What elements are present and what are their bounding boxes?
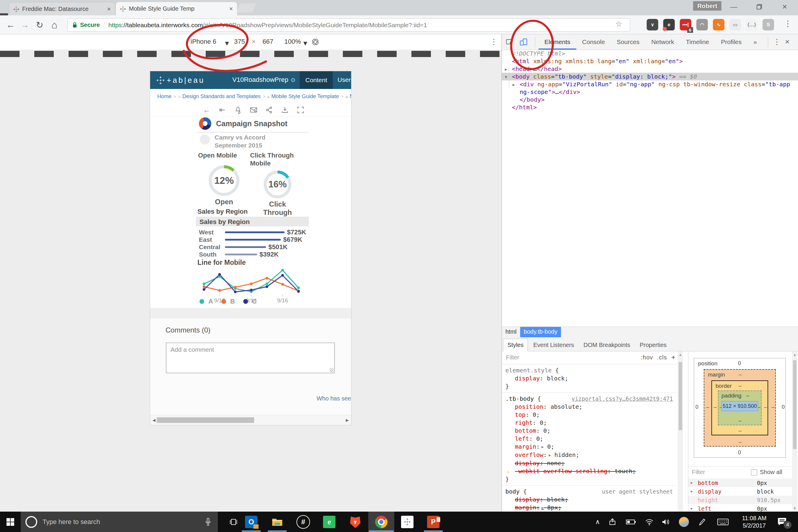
chrome-icon[interactable] [368,512,394,532]
browser-menu-icon[interactable]: ⋮ [784,19,792,28]
devtools-tab-profiles[interactable]: Profiles [715,34,747,50]
nav-tab-content[interactable]: Content [300,71,333,89]
breadcrumb-project-link[interactable]: Design Standards and Templates [182,93,261,100]
weather-tray-icon[interactable] [677,512,691,532]
breadcrumb-view-link[interactable]: Mo [350,93,351,100]
code-braces-extension-icon[interactable]: {…} [746,19,758,31]
taskbar-search[interactable]: Type here to search [21,512,218,532]
show-all-checkbox[interactable] [751,469,757,476]
devtools-menu-icon[interactable]: ⋮ [773,38,781,46]
start-button[interactable] [0,512,21,532]
css-property[interactable]: right: 0; [506,419,673,427]
computed-property-row[interactable]: ▶displayblock [688,487,792,496]
scrollbar-thumb[interactable] [793,360,797,449]
rotate-device-icon[interactable] [311,38,320,48]
browser-tab-freddie-mac[interactable]: + +++ + Freddie Mac: Datasource × [9,2,115,16]
computed-property-row[interactable]: ▶left0px [688,504,792,512]
css-rule[interactable]: element.style {display: block;} [502,364,677,393]
scrollbar-thumb[interactable] [157,417,254,423]
forward-icon[interactable]: → [18,18,31,31]
powerpoint-icon[interactable]: P [420,512,446,532]
new-style-rule-button[interactable]: + [671,353,675,361]
sidebar-tab-properties[interactable]: Properties [635,339,671,351]
bookmark-star-icon[interactable]: ☆ [615,19,622,28]
dom-tree-line[interactable]: </body> [502,96,798,103]
volume-icon[interactable] [659,512,673,532]
pocket-extension-icon[interactable]: ∨ [647,19,658,31]
tray-expand-icon[interactable]: ∧ [591,512,604,532]
file-explorer-icon[interactable] [264,512,290,532]
stylesheet-link[interactable]: vizportal.css?y…6c3smm42t9:471 [572,395,673,403]
css-property[interactable]: margin:▶ 0; [506,443,673,451]
devtools-close-icon[interactable]: × [785,37,790,46]
devtools-tab-timeline[interactable]: Timeline [680,34,715,50]
dom-tree-line[interactable]: ▶<head>…</head> [502,65,798,73]
devtools-tab-elements[interactable]: Elements [538,34,576,50]
evernote-icon[interactable]: e [316,512,342,532]
devtools-crumb[interactable]: body.tb-body [520,327,561,338]
css-property[interactable]: display: block; [506,496,673,504]
inspect-element-icon[interactable] [504,37,515,47]
close-icon[interactable]: × [229,5,233,13]
css-property[interactable]: top: 0; [506,411,673,419]
scroll-left-icon[interactable]: ◀ [152,418,155,422]
bar-row[interactable]: East$679K [199,236,309,243]
taskbar-clock[interactable]: 11:08 AM 5/2/2017 [737,515,772,529]
window-close-button[interactable]: × [777,2,792,12]
css-property[interactable]: ⚠-webkit-overflow-scrolling: touch; [506,467,673,475]
sidebar-tab-styles[interactable]: Styles [503,339,528,352]
close-icon[interactable]: × [107,5,111,13]
analytics-extension-icon[interactable]: ∿ [713,19,724,31]
share-tray-icon[interactable] [606,512,619,532]
download-icon[interactable] [281,106,289,114]
browser-tab-mobile-style-guide[interactable]: + +++ + Mobile Style Guide Temp × [116,2,237,15]
refresh-icon[interactable]: ↻ [33,18,46,31]
breadcrumb-workbook-link[interactable]: Mobile Style Guide Template [271,93,339,100]
comment-input[interactable]: Add a comment [166,343,335,373]
scroll-right-icon[interactable]: ▶ [346,418,349,422]
sidebar-tab-dombreakpoints[interactable]: DOM Breakpoints [579,339,634,351]
lastpass-extension-icon[interactable]: •••|6 [680,19,691,31]
home-icon[interactable]: ⌂ [48,18,61,31]
css-property[interactable]: display: none; [506,459,673,467]
dom-tree-line[interactable]: ▶<div ng-app="VizPortalRun" id="ng-app" … [502,80,798,88]
bar-row[interactable]: South$392K [199,251,309,258]
tableau-app-icon[interactable]: +++++ [394,512,420,532]
outlook-app-icon[interactable]: O [238,512,264,532]
site-selector[interactable]: V10RoadshowPrep⊙ [232,76,296,84]
open-rate-donut[interactable]: 12% [209,165,240,196]
devtools-tab-sources[interactable]: Sources [611,34,646,50]
scroll-up-icon[interactable]: ▲ [793,353,797,357]
metrics-scrollbar[interactable]: ▲ ▼ [792,352,797,512]
computed-property-row[interactable]: ▶bottom0px [688,478,792,487]
refresh-alerts-icon[interactable] [233,106,242,114]
subscribe-icon[interactable] [249,106,258,114]
fullscreen-icon[interactable] [296,106,305,114]
viewport-width-field[interactable]: 375 [234,38,245,45]
back-icon[interactable]: ← [4,18,17,31]
windows-ink-pen-icon[interactable] [695,512,709,532]
css-property[interactable]: bottom: 0; [506,427,673,435]
brave-icon[interactable]: ▾ [342,512,368,532]
chevron-down-icon[interactable]: ▼ [224,40,230,47]
revert-icon[interactable]: ⇤ [218,106,227,114]
bar-row[interactable]: Central$501K [199,243,309,251]
breadcrumb-home-link[interactable]: Home [157,93,171,100]
dom-tree-line[interactable]: </html> [502,103,798,111]
battery-icon[interactable] [624,512,638,532]
bar-row[interactable]: West$725K [199,228,309,236]
share-icon[interactable] [265,106,274,114]
css-property[interactable]: display: block; [506,375,673,382]
skype-extension-icon[interactable]: S [762,19,774,31]
chevron-down-icon[interactable]: ▼ [302,40,308,47]
nav-tab-users[interactable]: Users [338,76,351,83]
clickthrough-donut[interactable]: 16% [264,171,291,198]
sidebar-tab-eventlisteners[interactable]: Event Listeners [529,339,578,351]
css-property[interactable]: margin:▶ 8px; [506,504,673,512]
hash-app-icon[interactable]: # [290,512,316,532]
undo-icon[interactable]: ← [202,106,211,114]
device-select[interactable]: iPhone 6 [191,38,216,45]
scroll-down-icon[interactable]: ▼ [793,506,797,510]
ghostery-extension-icon[interactable]: ◠ [696,19,708,31]
devtools-tab-console[interactable]: Console [576,34,611,50]
